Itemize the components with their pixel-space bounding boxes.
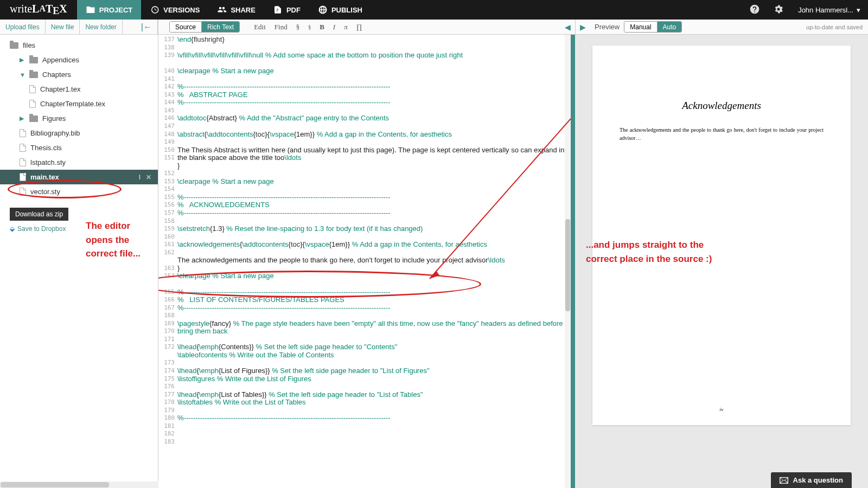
history-icon bbox=[150, 5, 159, 15]
ask-question-button[interactable]: Ask a question bbox=[771, 472, 852, 488]
folder-icon bbox=[29, 115, 38, 122]
nav-versions-label: VERSIONS bbox=[163, 6, 200, 14]
tree-label: Chapter1.tex bbox=[40, 85, 80, 93]
tree-file-vector[interactable]: vector.sty bbox=[0, 184, 158, 199]
nav-versions[interactable]: VERSIONS bbox=[141, 0, 208, 20]
sidebar: files ▶Appendices ▼Chapters Chapter1.tex… bbox=[0, 35, 158, 488]
preview-pane: Acknowledgements The acknowledgements an… bbox=[575, 35, 868, 488]
file-icon bbox=[20, 188, 26, 196]
tab-source[interactable]: Source bbox=[170, 22, 202, 32]
file-icon bbox=[29, 85, 36, 93]
tree-label: ChapterTemplate.tex bbox=[40, 100, 105, 108]
tree-label: Chapters bbox=[42, 70, 71, 79]
file-icon bbox=[20, 173, 26, 181]
save-status: up-to-date and saved bbox=[801, 20, 868, 34]
tree-folder-chapters[interactable]: ▼Chapters bbox=[0, 67, 158, 82]
help-icon bbox=[749, 4, 760, 15]
nav-share-label: SHARE bbox=[231, 6, 256, 14]
nav-pdf-label: PDF bbox=[286, 6, 301, 14]
tree-label: lstpatch.sty bbox=[30, 158, 66, 166]
user-name: John Hammersl... bbox=[798, 6, 853, 14]
tree-label: files bbox=[23, 41, 35, 49]
page-body: The acknowledgements and the people to t… bbox=[620, 126, 824, 142]
preview-label: Preview bbox=[590, 20, 624, 34]
dropbox-label: Save to Dropbox bbox=[17, 225, 66, 233]
tree-label: main.tex bbox=[30, 173, 59, 181]
caret-down-icon: ▼ bbox=[20, 72, 25, 78]
tree-file-lstpatch[interactable]: lstpatch.sty bbox=[0, 155, 158, 170]
new-folder-button[interactable]: New folder bbox=[80, 20, 122, 34]
tree-file-main[interactable]: main.texI✕ bbox=[0, 170, 158, 184]
upload-files-button[interactable]: Upload files bbox=[0, 20, 46, 34]
compile-mode-tabs: Manual Auto bbox=[624, 21, 682, 33]
vertical-scrollbar[interactable] bbox=[565, 35, 571, 488]
main: files ▶Appendices ▼Chapters Chapter1.tex… bbox=[0, 35, 868, 488]
scrollbar-thumb[interactable] bbox=[565, 219, 570, 311]
find-menu[interactable]: Find bbox=[270, 20, 292, 34]
tree-file-thesis[interactable]: Thesis.cls bbox=[0, 140, 158, 155]
file-icon bbox=[20, 144, 26, 152]
caret-right-icon: ▶ bbox=[20, 115, 25, 122]
ask-label: Ask a question bbox=[793, 476, 843, 484]
nav-project[interactable]: PROJECT bbox=[77, 0, 141, 20]
save-dropbox-link[interactable]: ⬙Save to Dropbox bbox=[10, 225, 66, 233]
scrollbar-thumb[interactable] bbox=[1, 482, 109, 487]
settings-button[interactable] bbox=[767, 4, 790, 16]
caret-right-icon: ▶ bbox=[20, 56, 25, 63]
folder-icon bbox=[29, 57, 38, 63]
code-area[interactable]: \end{flushright}\vfill\vfill\vfill\vfill… bbox=[177, 35, 571, 488]
nav-publish[interactable]: PUBLISH bbox=[309, 0, 371, 20]
tree-label: Appendices bbox=[42, 56, 79, 64]
caret-down-icon: ▾ bbox=[857, 6, 860, 14]
tree-label: Bibliography.bib bbox=[30, 129, 80, 137]
file-icon bbox=[29, 100, 36, 108]
file-icon bbox=[20, 158, 26, 166]
tree-label: Figures bbox=[42, 114, 66, 123]
sync-right-button[interactable]: ▶ bbox=[576, 20, 590, 34]
subbar: Upload files New file New folder |← Sour… bbox=[0, 20, 868, 35]
page-number: iv bbox=[592, 407, 851, 412]
tree-file-chapter1[interactable]: Chapter1.tex bbox=[0, 82, 158, 97]
tab-auto[interactable]: Auto bbox=[658, 22, 682, 32]
folder-icon bbox=[86, 5, 95, 15]
pdf-page[interactable]: Acknowledgements The acknowledgements an… bbox=[592, 46, 851, 425]
nav-share[interactable]: SHARE bbox=[208, 0, 264, 20]
folder-icon bbox=[10, 42, 18, 49]
folder-icon bbox=[29, 72, 38, 78]
tree-folder-figures[interactable]: ▶Figures bbox=[0, 111, 158, 126]
new-file-button[interactable]: New file bbox=[46, 20, 80, 34]
user-menu[interactable]: John Hammersl... ▾ bbox=[790, 6, 868, 14]
tree-label: vector.sty bbox=[30, 188, 60, 196]
edit-menu[interactable]: Edit bbox=[250, 20, 270, 34]
bold-button[interactable]: B bbox=[315, 20, 329, 34]
file-actions: I✕ bbox=[139, 174, 151, 181]
section-button[interactable]: § bbox=[292, 20, 304, 34]
line-gutter: 1371381391401411421431441451461471481491… bbox=[158, 35, 177, 488]
tree-file-bib[interactable]: Bibliography.bib bbox=[0, 126, 158, 140]
delete-icon[interactable]: ✕ bbox=[146, 174, 151, 181]
download-zip-button[interactable]: Download as zip bbox=[10, 208, 68, 221]
rename-icon[interactable]: I bbox=[139, 174, 141, 181]
dropbox-icon: ⬙ bbox=[10, 225, 15, 233]
preview-toolbar: ▶ Preview Manual Auto up-to-date and sav… bbox=[575, 20, 868, 34]
file-icon bbox=[20, 129, 26, 137]
subsection-button[interactable]: § bbox=[304, 20, 315, 34]
tab-manual[interactable]: Manual bbox=[624, 22, 657, 32]
editor-toolbar: Source Rich Text Edit Find § § B I π ∏ ◀ bbox=[158, 20, 575, 34]
file-toolbar: Upload files New file New folder |← bbox=[0, 20, 158, 34]
collapse-sidebar-button[interactable]: |← bbox=[136, 20, 158, 34]
sync-left-button[interactable]: ◀ bbox=[560, 20, 575, 34]
tree-file-chaptertpl[interactable]: ChapterTemplate.tex bbox=[0, 97, 158, 111]
tree-folder-appendices[interactable]: ▶Appendices bbox=[0, 53, 158, 67]
share-icon bbox=[217, 5, 227, 15]
help-button[interactable] bbox=[743, 4, 767, 16]
horizontal-scrollbar[interactable] bbox=[0, 481, 158, 488]
inline-math-button[interactable]: π bbox=[340, 20, 352, 34]
tree-root[interactable]: files bbox=[0, 38, 158, 53]
page-heading: Acknowledgements bbox=[620, 100, 824, 112]
italic-button[interactable]: I bbox=[329, 20, 340, 34]
mail-icon bbox=[780, 477, 788, 484]
tab-richtext[interactable]: Rich Text bbox=[202, 22, 239, 32]
display-math-button[interactable]: ∏ bbox=[352, 20, 367, 34]
nav-pdf[interactable]: PDF bbox=[264, 0, 309, 20]
